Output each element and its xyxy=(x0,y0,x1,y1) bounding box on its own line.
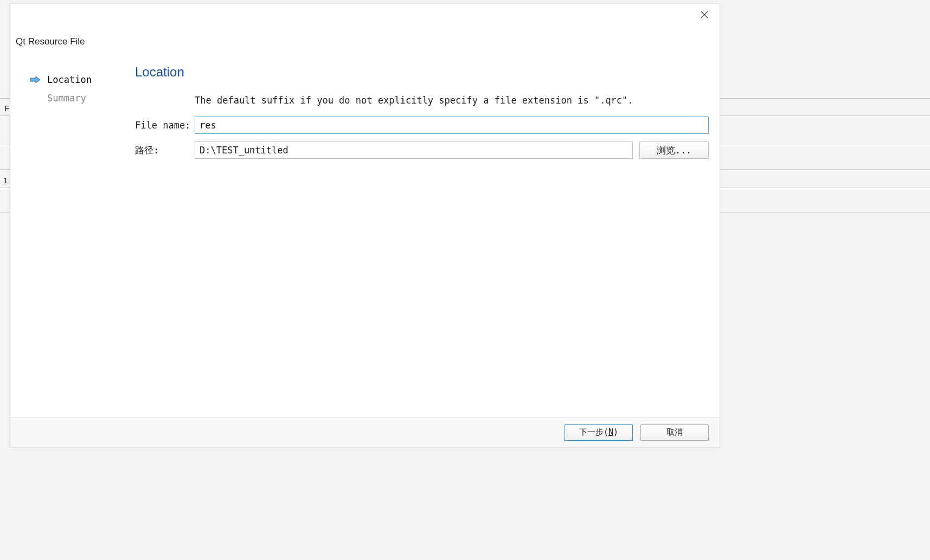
path-label: 路径: xyxy=(135,144,195,157)
arrow-right-icon xyxy=(30,76,41,83)
dialog-body: Location Summary Location The default su… xyxy=(10,47,720,417)
sidebar-item-label: Location xyxy=(47,74,92,85)
description-text: The default suffix if you do not explici… xyxy=(195,95,709,106)
browse-button[interactable]: 浏览... xyxy=(639,141,709,159)
close-icon xyxy=(701,11,708,18)
path-input[interactable] xyxy=(195,141,633,159)
filename-label: File name: xyxy=(135,120,195,131)
next-label-prefix: 下一步( xyxy=(579,427,608,437)
path-row: 路径: 浏览... xyxy=(135,141,709,159)
filename-input[interactable] xyxy=(195,117,709,134)
dialog-header xyxy=(10,4,720,25)
cancel-button[interactable]: 取消 xyxy=(640,424,709,441)
sidebar-item-label: Summary xyxy=(47,93,86,104)
filename-row: File name: xyxy=(135,117,709,134)
next-button[interactable]: 下一步(N) xyxy=(565,424,633,441)
section-title: Location xyxy=(135,65,709,80)
dialog-title: Qt Resource File xyxy=(10,25,720,47)
bg-row-number: 1 xyxy=(3,176,8,185)
bg-letter: F xyxy=(4,104,9,113)
dialog-footer: 下一步(N) 取消 xyxy=(10,417,720,447)
sidebar-item-location[interactable]: Location xyxy=(30,74,135,85)
next-label-suffix: ) xyxy=(613,427,618,437)
next-label-key: N xyxy=(608,427,613,437)
close-button[interactable] xyxy=(699,9,710,20)
sidebar-item-summary[interactable]: Summary xyxy=(30,93,135,104)
qt-wizard-dialog: Qt Resource File Location Summary Locati… xyxy=(10,3,720,448)
main-content: Location The default suffix if you do no… xyxy=(135,65,720,417)
wizard-sidebar: Location Summary xyxy=(10,65,135,417)
